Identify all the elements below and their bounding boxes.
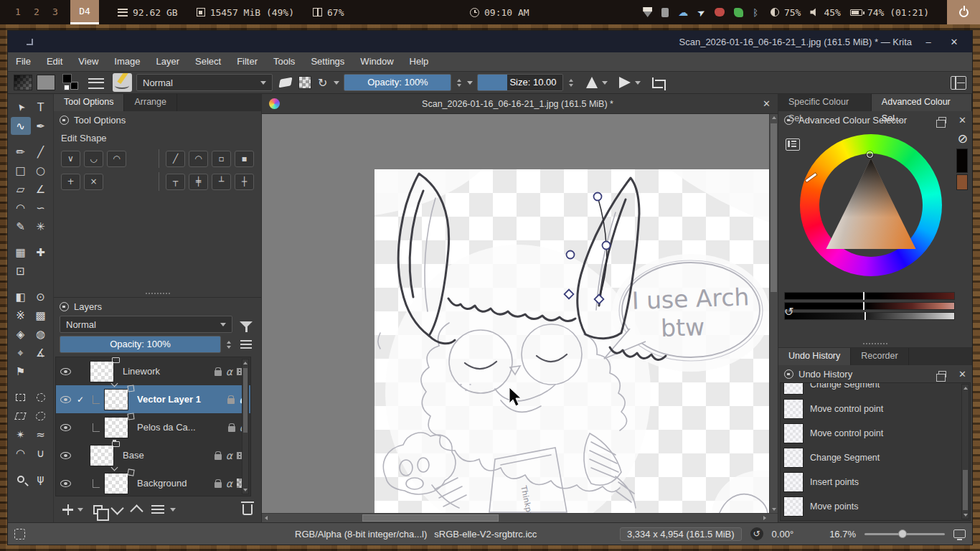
segment-to-curve-button[interactable]: ◠ <box>189 151 208 167</box>
tool-measure[interactable]: ∡ <box>31 344 51 362</box>
layer-filter-icon[interactable] <box>240 321 253 328</box>
refresh-icon[interactable]: ↺ <box>778 303 793 319</box>
tool-fill[interactable]: ◈ <box>11 325 31 343</box>
tool-freehand-path[interactable]: ∽ <box>31 199 51 217</box>
tool-assistants[interactable]: ⌖ <box>11 344 31 362</box>
lock-icon[interactable] <box>784 369 793 379</box>
workspace-active[interactable]: D4 <box>70 0 99 24</box>
scrollbar-thumb[interactable] <box>362 514 499 522</box>
tab-advanced-colour-selector[interactable]: Advanced Colour Sel... <box>872 94 972 111</box>
point-to-line-button[interactable]: ▫ <box>212 151 231 167</box>
color-history-swatch-brown[interactable] <box>956 174 968 190</box>
history-item[interactable]: Move points <box>781 494 970 519</box>
zoom-slider-thumb[interactable] <box>898 529 907 538</box>
mirror-horizontal-icon[interactable] <box>586 77 598 88</box>
point-to-curve-button[interactable]: ▪ <box>235 151 254 167</box>
reload-preset-icon[interactable]: ↻ <box>316 76 329 90</box>
menu-image[interactable]: Image <box>106 52 148 71</box>
size-slider[interactable]: Size: 10.00 px <box>477 74 563 91</box>
bluetooth-icon[interactable]: ᛒ <box>753 7 758 18</box>
layer-row-linework[interactable]: Linework α <box>56 357 250 385</box>
tab-specific-colour-selector[interactable]: Specific Colour Sel... <box>778 94 872 111</box>
tool-similar-select[interactable]: ≈ <box>31 425 51 443</box>
tool-dynamic-brush[interactable]: ✎ <box>11 217 31 235</box>
selection-mode-icon[interactable] <box>14 529 25 540</box>
alpha-icon[interactable]: α <box>226 450 232 461</box>
layers-menu-icon[interactable] <box>240 340 252 349</box>
tool-polyline[interactable]: ∠ <box>31 180 51 198</box>
slider-marker[interactable] <box>863 302 865 310</box>
power-button[interactable] <box>947 0 980 24</box>
tool-rectangle[interactable]: □ <box>11 161 31 179</box>
delete-layer-button[interactable] <box>242 504 253 515</box>
pattern-swatch[interactable] <box>37 75 55 90</box>
no-color-icon[interactable]: ⊘ <box>958 133 968 145</box>
menu-view[interactable]: View <box>70 52 106 71</box>
lock-icon[interactable] <box>60 116 69 125</box>
tool-line[interactable]: ╱ <box>31 143 51 161</box>
layer-properties-button[interactable] <box>151 505 164 514</box>
tool-reference-images[interactable]: ⚑ <box>11 362 31 380</box>
selector-settings-icon[interactable] <box>786 138 800 151</box>
layer-row-base[interactable]: Base α <box>56 441 250 469</box>
workspace-2[interactable]: 2 <box>27 0 46 24</box>
tool-calligraphy[interactable]: ✒ <box>31 117 51 135</box>
telegram-icon[interactable]: ➤ <box>695 6 707 19</box>
tool-text[interactable]: T <box>31 98 51 116</box>
layer-row-background[interactable]: Background α <box>56 469 250 496</box>
menu-select[interactable]: Select <box>187 52 229 71</box>
fg-bg-colors[interactable] <box>62 74 80 91</box>
lock-icon[interactable] <box>215 482 222 488</box>
tool-magnetic-select[interactable]: ∪ <box>31 444 51 462</box>
tool-contiguous-select[interactable]: ✴ <box>11 425 31 443</box>
discord-icon[interactable] <box>715 8 725 17</box>
slider-marker[interactable] <box>864 312 867 320</box>
menu-window[interactable]: Window <box>352 52 401 71</box>
scrollbar-thumb[interactable] <box>963 470 968 510</box>
add-layer-button[interactable] <box>62 504 73 515</box>
layer-row-pelos[interactable]: Pelos da Ca... α <box>56 413 250 441</box>
reset-rotation-icon[interactable]: ↺ <box>750 527 763 540</box>
history-item[interactable]: Change Segment <box>781 382 970 397</box>
tab-tool-options[interactable]: Tool Options <box>54 94 124 111</box>
document-canvas[interactable]: I use Arch btw Thinkpaw <box>374 169 769 513</box>
size-spinner[interactable] <box>567 79 575 87</box>
lock-icon[interactable] <box>215 370 222 376</box>
menu-filter[interactable]: Filter <box>229 52 265 71</box>
alpha-icon[interactable]: α <box>226 478 232 489</box>
duplicate-layer-button[interactable] <box>93 505 103 514</box>
history-item[interactable]: Insert points <box>781 470 970 494</box>
close-docker-icon[interactable]: ✕ <box>958 115 966 126</box>
tool-pan[interactable]: ψ <box>31 470 51 488</box>
brush-preset-list-icon[interactable] <box>88 76 104 89</box>
canvas-horizontal-scrollbar[interactable] <box>262 513 778 522</box>
history-item[interactable]: Change Segment <box>781 446 970 470</box>
smooth-point-button[interactable]: ◡ <box>84 151 103 167</box>
tool-smart-patch[interactable]: ▩ <box>31 306 51 324</box>
opacity-spinner[interactable] <box>456 79 463 87</box>
layer-opacity-spinner[interactable] <box>225 341 232 349</box>
tool-gradient[interactable]: ◧ <box>11 288 31 306</box>
merge-points-button[interactable]: ┼ <box>235 174 254 190</box>
lock-icon[interactable] <box>215 454 222 460</box>
menu-tools[interactable]: Tools <box>265 52 303 71</box>
canvas-viewport[interactable]: I use Arch btw Thinkpaw <box>262 114 778 513</box>
symmetric-point-button[interactable]: ◠ <box>107 151 126 167</box>
tab-arrange[interactable]: Arrange <box>124 94 176 111</box>
history-item[interactable]: Move points <box>781 519 970 521</box>
tool-ellipse-select[interactable] <box>31 388 51 406</box>
scroll-left-arrow[interactable] <box>262 514 270 522</box>
image-dimensions[interactable]: 3,334 x 4,954 (161.5 MiB) <box>620 527 742 541</box>
tool-crop[interactable]: ⊡ <box>11 262 31 280</box>
dock-resize-handle[interactable] <box>778 340 972 347</box>
lock-icon[interactable] <box>60 302 69 311</box>
cloud-icon[interactable]: ☁ <box>678 7 688 17</box>
title-bar[interactable]: Scan_2026-01-16_06-16-21_1.jpg (161.5 Mi… <box>8 31 972 52</box>
canvas-vertical-scrollbar[interactable] <box>769 114 778 513</box>
menu-edit[interactable]: Edit <box>39 52 70 71</box>
mirror-vertical-icon[interactable] <box>619 77 631 88</box>
lock-icon[interactable] <box>228 426 235 432</box>
tool-multibrush[interactable]: ✳ <box>31 217 51 235</box>
menu-file[interactable]: File <box>8 52 39 71</box>
lock-icon[interactable] <box>784 116 793 125</box>
